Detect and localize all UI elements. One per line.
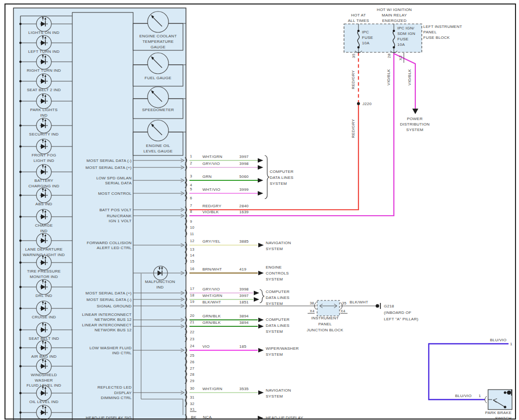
wires (189, 52, 509, 400)
dest-engine-controls-system: ENGINECONTROLSSYSTEM (266, 265, 289, 281)
indicator-label: WINDSHIELD (31, 373, 57, 377)
dest-arrow-icon (258, 243, 264, 248)
dest-arrow-icon (258, 158, 263, 163)
wire-label-rotated: 35 (351, 53, 356, 58)
bus-junction-dot (19, 100, 22, 103)
pin-26: 26 (185, 359, 194, 365)
led-indicator-icon (36, 139, 51, 154)
wire-label: J220 (362, 102, 372, 106)
wire-label-rotated: VIO/BLK (407, 69, 412, 85)
indicator-label: OIL LEVEL IND (29, 400, 59, 404)
led-indicator-icon (36, 35, 51, 50)
fuse-label: SDM IGN (397, 31, 415, 36)
bus-junction-dot (19, 194, 22, 197)
pin-number: 1 (190, 154, 192, 158)
led-indicator-icon (36, 280, 51, 294)
wire-label: BLK/WHT (202, 300, 221, 304)
pin-number: 25 (190, 353, 194, 358)
indicator-label: CHARGING IND (28, 184, 59, 188)
fuse-block-name: PANEL (423, 30, 437, 34)
dest-label: DISTRIBUTION (400, 122, 429, 127)
led-indicator-icon (36, 405, 51, 420)
pin-number: 2 (190, 161, 192, 165)
dest-label: POWER (407, 117, 422, 121)
pin-number: 26 (190, 360, 194, 364)
indicator-label: SEAT BELT 2 IND (27, 88, 61, 92)
dest-arrow-icon (258, 271, 264, 276)
bus-junction-dot (19, 216, 22, 218)
ground-label: LEFT "A" PILLAR) (384, 317, 418, 321)
indicator-label: BATTERY (34, 178, 53, 183)
pin-number: 15 (190, 259, 194, 264)
wire-labels: WHT/GRN3997GRY/VIO3998GRN5060WHT/VIO3999… (191, 53, 513, 420)
ground-label: G218 (384, 304, 394, 308)
pin-number: 38 (310, 301, 314, 305)
hot-w-ignition-label: HOT W/ IGNITION (377, 7, 412, 12)
wire-label: 3998 (239, 161, 249, 166)
led-indicator-icon (36, 74, 51, 89)
indicator-label: IND (157, 285, 164, 289)
junction-block-outline (317, 300, 340, 316)
dest-label: CONTROLS (266, 271, 289, 276)
led-indicator-icon (36, 188, 51, 203)
pin-number: 20 (190, 313, 194, 318)
pin-function-label: ALERT LED CTRL (97, 246, 132, 250)
pin-number: 29 (190, 379, 194, 383)
pin-number: 9 (190, 219, 192, 224)
bus-junction-dot (19, 42, 22, 44)
wire-vio-blk-branch (394, 54, 415, 110)
wire-label: 1851 (239, 300, 249, 304)
wire-label: 3997 (239, 293, 249, 298)
wire-label: 1 (510, 342, 513, 346)
pin-number: 7 (190, 203, 192, 208)
hot-w-ignition-label: MAIN RELAY (382, 13, 407, 17)
dest-computer-data-lines-system: COMPUTERDATA LINESSYSTEM (270, 169, 294, 186)
pin-number: 27 (190, 366, 194, 371)
pin-29: 29 (185, 378, 194, 384)
led-indicator-icon (36, 340, 51, 355)
led-indicator-icon (36, 54, 51, 69)
led-indicator-icon (36, 16, 51, 31)
pin-number: 31 (190, 395, 194, 400)
dest-arrow-icon (258, 324, 264, 329)
wire-label: 3894 (239, 320, 249, 325)
gauge-label: LEVEL GAUGE (144, 149, 173, 153)
dest-label: COMPUTER (266, 289, 290, 294)
pin-function-label: IND CTRL (112, 351, 132, 355)
pin-31: 31 (185, 394, 194, 400)
pin-function-label: DISPLAY (114, 391, 132, 395)
indicator-label: TIRE PRESSURE (27, 269, 61, 274)
wire-label: WHT/VIO (202, 187, 220, 192)
park-brake-switch: PARK BRAKESWITCH (485, 390, 513, 420)
gauge-circle (148, 87, 169, 108)
junction-block-label: PANEL (319, 322, 332, 326)
fuse-block-name: FUSE BLOCK (423, 35, 450, 40)
fuse-label: IPC IGN/ (397, 26, 415, 30)
pin-function-label: IGN 1 VOLT (109, 219, 132, 223)
dest-label: COMPUTER (266, 317, 290, 322)
connector-name: X4 (341, 309, 346, 313)
pin-23: 23 (185, 336, 194, 342)
wire-label-rotated: VIO/BLK (386, 69, 391, 85)
gauge-needle-icon (148, 120, 169, 141)
pin-function-label: LOW SPD GMLAN (96, 176, 132, 180)
wire-label: 5060 (239, 174, 249, 179)
gauge-label: FUEL GAUGE (145, 76, 172, 80)
pin-function-label: MOST CONTROL (98, 191, 132, 196)
case-ground-dot (507, 391, 511, 395)
dest-label: DATA LINES (266, 323, 290, 328)
ground-label: (INBOARD OF (384, 310, 411, 315)
pin-22: 22 (185, 329, 194, 335)
dest-label: NAVIGATION (266, 241, 291, 245)
wire-label: GRN/BLK (202, 314, 221, 318)
bus-junction-dot (19, 307, 22, 310)
gauge-label: SPEEDOMETER (142, 108, 174, 112)
gauge-needle-icon (148, 87, 169, 108)
wire-label: 3999 (239, 187, 249, 192)
dest-label: SYSTEM (266, 352, 283, 357)
led-indicator-icon (36, 94, 51, 109)
connector-name: X4 (310, 309, 315, 313)
dest-wiper-washer-system: WIPER/WASHERSYSTEM (266, 346, 299, 357)
fuse-label: 10A (362, 41, 369, 45)
indicator-label: WASHER (35, 378, 53, 383)
